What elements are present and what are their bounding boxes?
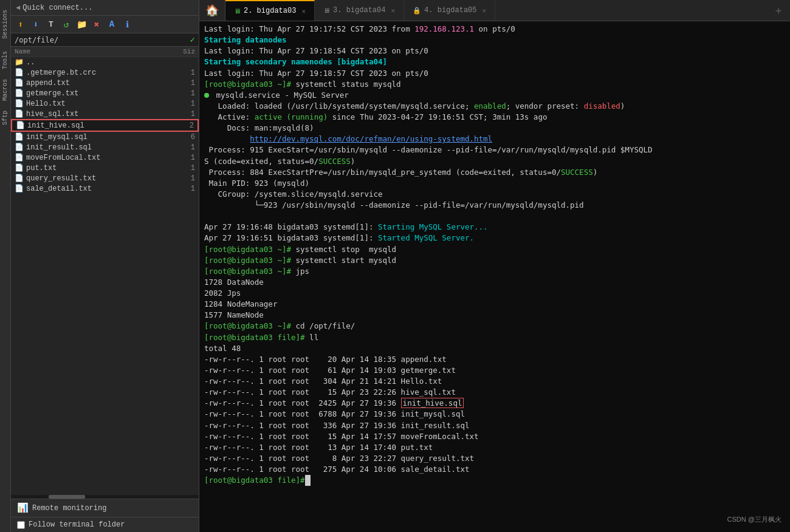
tab-bigdata05[interactable]: 🔒 4. bigdata05 ✕ xyxy=(404,0,495,21)
quick-connect-label: Quick connect... xyxy=(22,4,194,12)
tab-bigdata03[interactable]: 🖥 2. bigdata03 ✕ xyxy=(225,0,315,21)
remote-monitoring-btn[interactable]: 📊 Remote monitoring xyxy=(11,499,199,517)
follow-terminal-row: Follow terminal folder xyxy=(11,517,199,532)
terminal-line: 1728 DataNode xyxy=(204,277,785,288)
terminal-line: -rw-r--r--. 1 root root 20 Apr 14 18:35 … xyxy=(204,354,785,365)
download-icon[interactable]: ⬇ xyxy=(29,18,43,31)
file-list: 📁 .. 📄 .getmerge.bt.crc 1 📄 append.txt 1… xyxy=(11,57,199,495)
terminal-line: -rw-r--r--. 1 root root 2425 Apr 27 19:3… xyxy=(204,398,785,409)
file-size: 1 xyxy=(177,143,195,152)
file-name: moveFromLocal.txt xyxy=(26,154,177,162)
terminal-line: -rw-r--r--. 1 root root 6788 Apr 27 19:3… xyxy=(204,409,785,420)
quick-connect-bar: ◀ Quick connect... xyxy=(11,0,199,16)
list-item[interactable]: 📁 .. xyxy=(11,57,199,67)
terminal-line: [root@bigdata03 file]# ll xyxy=(204,332,785,343)
tab-close-bigdata04[interactable]: ✕ xyxy=(391,7,395,15)
list-item[interactable]: 📄 query_result.txt 1 xyxy=(11,173,199,183)
terminal-line: mysqld.service - MySQL Server xyxy=(204,90,785,101)
file-size: 1 xyxy=(177,164,195,172)
file-icon: 📄 xyxy=(15,78,24,87)
terminal-line: 1284 NodeManager xyxy=(204,299,785,310)
list-item[interactable]: 📄 hive_sql.txt 1 xyxy=(11,109,199,119)
terminal-line: -rw-r--r--. 1 root root 304 Apr 21 14:21… xyxy=(204,376,785,387)
list-item[interactable]: 📄 append.txt 1 xyxy=(11,78,199,88)
edit-icon[interactable]: A xyxy=(105,18,118,31)
terminal-area: 🏠 🖥 2. bigdata03 ✕ 🖥 3. bigdata04 ✕ 🔒 4.… xyxy=(199,0,790,532)
sftp-toolbar: ⬆ ⬇ T ↺ 📁 ✖ A ℹ xyxy=(11,16,199,33)
path-ok-icon: ✓ xyxy=(190,35,195,45)
file-name: init_mysql.sql xyxy=(26,133,177,142)
path-input[interactable] xyxy=(15,36,188,44)
file-name: .. xyxy=(26,58,177,67)
tab-icon-active: 🖥 xyxy=(234,7,241,15)
follow-terminal-checkbox[interactable] xyxy=(17,521,25,529)
terminal-line: -rw-r--r--. 1 root root 15 Apr 23 22:26 … xyxy=(204,387,785,398)
list-item[interactable]: 📄 moveFromLocal.txt 1 xyxy=(11,152,199,163)
terminal-line: Last login: Thu Apr 27 19:18:54 CST 2023… xyxy=(204,46,785,56)
tab-close-bigdata03[interactable]: ✕ xyxy=(301,7,306,15)
file-icon: 📄 xyxy=(15,174,24,183)
terminal-line: CGroup: /system.slice/mysqld.service xyxy=(204,189,785,200)
file-name: getmerge.txt xyxy=(26,89,177,98)
file-icon: 📄 xyxy=(15,89,24,98)
list-item[interactable]: 📄 put.txt 1 xyxy=(11,163,199,173)
terminal-line: -rw-r--r--. 1 root root 13 Apr 14 17:40 … xyxy=(204,442,785,453)
tab-bigdata04[interactable]: 🖥 3. bigdata04 ✕ xyxy=(315,0,404,21)
file-icon: 📄 xyxy=(15,163,24,172)
remote-monitoring-label: Remote monitoring xyxy=(32,504,106,513)
sync-icon[interactable]: ↺ xyxy=(60,18,73,31)
file-name: hive_sql.txt xyxy=(26,110,177,118)
file-size: 6 xyxy=(177,133,195,142)
terminal-line: -rw-r--r--. 1 root root 336 Apr 27 19:36… xyxy=(204,420,785,431)
list-item[interactable]: 📄 getmerge.txt 1 xyxy=(11,88,199,98)
terminal-line: 1577 NameNode xyxy=(204,310,785,321)
list-item[interactable]: 📄 sale_detail.txt 1 xyxy=(11,183,199,194)
sidebar-item-sessions[interactable]: Sessions xyxy=(1,5,10,44)
file-size: 1 xyxy=(177,100,195,108)
list-item[interactable]: 📄 init_mysql.sql 6 xyxy=(11,132,199,142)
list-item[interactable]: 📄 Hello.txt 1 xyxy=(11,98,199,109)
list-item-highlighted[interactable]: 📄 init_hive.sql 2 xyxy=(11,119,199,132)
sidebar-item-macros[interactable]: Macros xyxy=(1,74,10,106)
upload-icon[interactable]: ⬆ xyxy=(14,18,27,31)
terminal-body[interactable]: Last login: Thu Apr 27 19:17:52 CST 2023… xyxy=(199,21,790,532)
terminal-line: [root@bigdata03 ~]# systemctl stop mysql… xyxy=(204,244,785,255)
terminal-line: └─923 /usr/sbin/mysqld --daemonize --pid… xyxy=(204,200,785,211)
sidebar-item-sftp[interactable]: Sftp xyxy=(1,106,10,130)
tab-label-bigdata05: 4. bigdata05 xyxy=(424,6,476,15)
file-icon: 📄 xyxy=(15,132,24,142)
watermark: CSDN @三月枫火 xyxy=(727,515,781,525)
path-bar: ✓ xyxy=(11,33,199,47)
side-nav-panel: Sessions Tools Macros Sftp xyxy=(0,0,11,532)
sidebar-item-tools[interactable]: Tools xyxy=(1,46,10,74)
terminal-line: Apr 27 19:16:48 bigdata03 systemd[1]: St… xyxy=(204,222,785,233)
terminal-line: -rw-r--r--. 1 root root 8 Apr 23 22:27 q… xyxy=(204,453,785,464)
file-size: 2 xyxy=(176,121,194,130)
list-item[interactable]: 📄 .getmerge.bt.crc 1 xyxy=(11,67,199,78)
delete-icon[interactable]: ✖ xyxy=(90,18,103,31)
folder-icon: 📁 xyxy=(15,58,24,67)
file-size: 1 xyxy=(177,154,195,162)
home-button[interactable]: 🏠 xyxy=(199,0,225,21)
file-icon: 📄 xyxy=(15,109,24,118)
folder-icon[interactable]: 📁 xyxy=(75,18,88,31)
terminal-tabs-bar: 🏠 🖥 2. bigdata03 ✕ 🖥 3. bigdata04 ✕ 🔒 4.… xyxy=(199,0,790,21)
file-name: Hello.txt xyxy=(26,100,177,108)
tab-close-bigdata05[interactable]: ✕ xyxy=(483,7,487,15)
terminal-line: S (code=exited, status=0/SUCCESS) xyxy=(204,156,785,167)
quick-connect-arrow[interactable]: ◀ xyxy=(16,3,20,12)
scrollbar-thumb[interactable] xyxy=(49,495,85,499)
monitor-icon: 📊 xyxy=(17,502,29,514)
list-item[interactable]: 📄 init_result.sql 1 xyxy=(11,142,199,152)
terminal-line: -rw-r--r--. 1 root root 15 Apr 14 17:57 … xyxy=(204,431,785,442)
tab-label-bigdata03: 2. bigdata03 xyxy=(244,7,296,15)
terminal-line: Starting datanodes xyxy=(204,35,785,46)
upload-folder-icon[interactable]: T xyxy=(44,18,58,31)
terminal-line-prompt: [root@bigdata03 file]# xyxy=(204,475,785,486)
file-name: sale_detail.txt xyxy=(26,185,177,193)
add-tab-button[interactable]: ＋ xyxy=(767,0,790,21)
terminal-line: Starting secondary namenodes [bigdata04] xyxy=(204,56,785,67)
info-icon[interactable]: ℹ xyxy=(120,18,134,31)
terminal-line: [root@bigdata03 ~]# systemctl start mysq… xyxy=(204,255,785,266)
file-panel: ◀ Quick connect... ⬆ ⬇ T ↺ 📁 ✖ A ℹ ✓ Nam… xyxy=(11,0,199,532)
